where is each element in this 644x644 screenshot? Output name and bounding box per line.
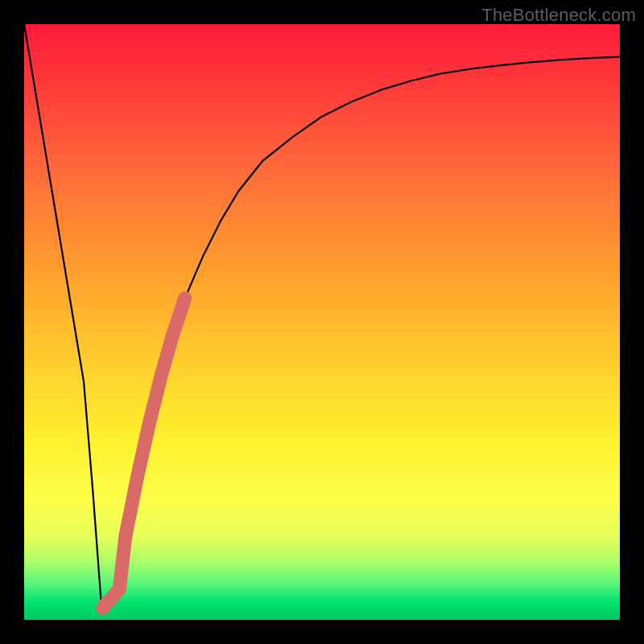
chart-svg	[24, 24, 620, 620]
watermark-text: TheBottleneck.com	[481, 5, 636, 26]
chart-frame: TheBottleneck.com	[0, 0, 644, 644]
plot-area	[24, 24, 620, 620]
highlight-segment	[103, 298, 185, 608]
bottleneck-curve	[24, 24, 620, 608]
